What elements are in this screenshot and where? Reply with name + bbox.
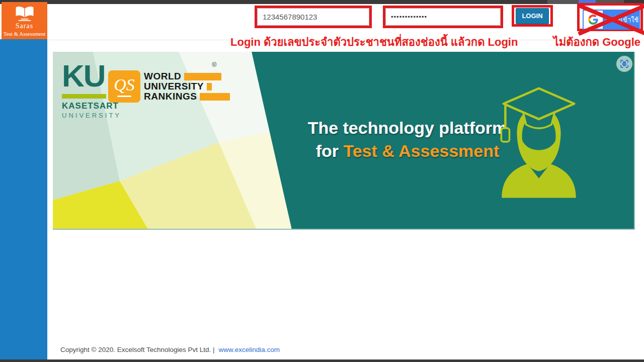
username-input[interactable] <box>257 8 369 26</box>
hero-banner: KU KASETSART UNIVERSITY QS WORLD UNIVERS… <box>53 52 635 230</box>
qs-line-university: UNIVERSITY <box>144 81 204 92</box>
footer-link[interactable]: www.excelindia.com <box>218 346 280 353</box>
google-g-icon <box>588 15 598 25</box>
password-highlight-box <box>383 6 503 28</box>
brand-subtitle: Test & Assessment <box>4 31 46 37</box>
headline-prefix: for <box>316 141 344 160</box>
qs-orange-bar <box>200 93 230 101</box>
qs-line-rankings: RANKINGS <box>144 92 197 102</box>
brand-name: Saras <box>16 22 33 30</box>
copyright-text: Copyright © 2020. Excelsoft Technologies… <box>60 346 215 353</box>
login-highlight-box: LOGIN <box>512 5 553 27</box>
scan-frame-icon <box>620 59 629 68</box>
qs-initials: QS <box>114 76 135 94</box>
saras-logo: Saras Test & Assessment <box>2 2 47 39</box>
username-highlight-box <box>255 6 372 28</box>
window-top-strip <box>0 0 644 4</box>
ku-name-line1: KASETSART <box>62 101 121 111</box>
qs-logo-underline <box>117 96 131 97</box>
registered-trademark-symbol: ® <box>212 61 217 68</box>
qs-world-university-rankings-logo: QS WORLD UNIVERSITY RANKINGS <box>108 70 230 103</box>
window-bottom-strip <box>0 359 644 362</box>
login-page: Saras Test & Assessment LOGIN ลงชื่อเข้า… <box>0 0 644 362</box>
footer: Copyright © 2020. Excelsoft Technologies… <box>60 346 280 353</box>
password-input[interactable] <box>385 8 501 26</box>
qs-orange-bar <box>184 73 221 80</box>
login-button[interactable]: LOGIN <box>516 8 549 24</box>
graduate-student-icon <box>494 84 584 199</box>
open-book-icon <box>14 6 36 22</box>
ku-name-line2: UNIVERSITY <box>62 112 121 119</box>
ku-logo-bar <box>62 94 106 99</box>
qs-orange-bar <box>207 83 212 90</box>
login-instruction-annotation: Login ด้วยเลขประจำตัวประชาชนที่สองช่องนี… <box>230 33 505 51</box>
screen-capture-button[interactable] <box>616 56 632 72</box>
google-highlight-box: ลงชื่อเข้าใช้ <box>577 3 643 31</box>
qs-logo-text: WORLD UNIVERSITY RANKINGS <box>144 71 230 102</box>
qs-line-world: WORLD <box>144 71 181 81</box>
left-sidebar <box>0 39 47 359</box>
headline-accent: Test & Assessment <box>343 141 499 160</box>
qs-logo-box: QS <box>108 70 140 103</box>
google-note-annotation: ไม่ต้องกด Google <box>553 33 640 51</box>
